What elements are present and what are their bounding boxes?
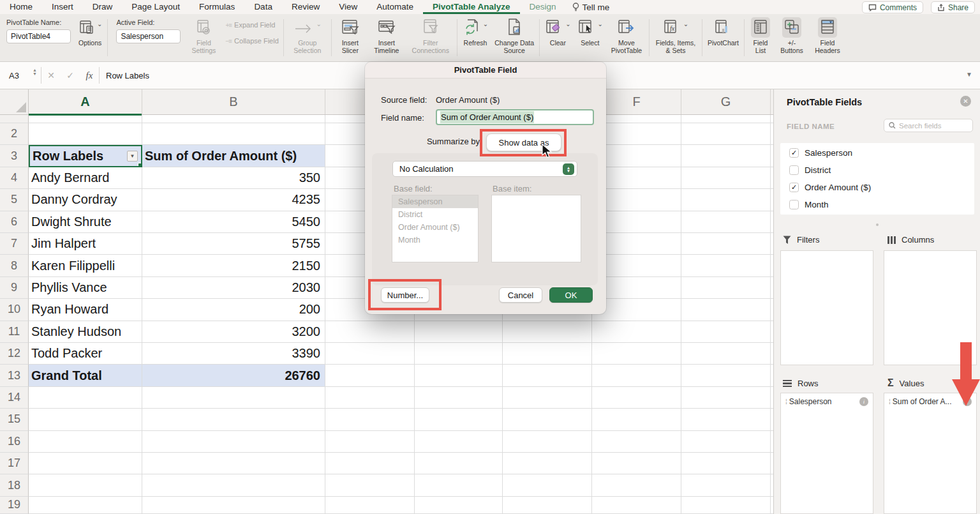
column-header-a[interactable]: A [29, 89, 142, 114]
fields-items-sets-button[interactable]: fx⌄ Fields, Items, & Sets [651, 14, 700, 55]
cell-salesperson[interactable]: Stanley Hudson [29, 321, 142, 343]
checkbox-icon[interactable] [789, 200, 799, 209]
tab-view[interactable]: View [329, 0, 367, 14]
select-all-corner[interactable] [0, 89, 29, 114]
cell-amount[interactable]: 3200 [142, 321, 325, 343]
comments-button[interactable]: Comments [862, 1, 923, 13]
tab-home[interactable]: Home [0, 0, 42, 14]
name-box-stepper[interactable]: ▲▼ [33, 68, 37, 76]
cell-salesperson[interactable]: Todd Packer [29, 343, 142, 365]
cell-amount[interactable]: 5450 [142, 211, 325, 233]
tell-me-button[interactable]: Tell me [566, 0, 616, 14]
tab-summarize-by[interactable]: Summarize by [403, 137, 480, 146]
cell-amount[interactable]: 4235 [142, 189, 325, 211]
expand-field-button[interactable]: +≡ Expand Field [225, 21, 278, 29]
tab-review[interactable]: Review [282, 0, 329, 14]
select-button[interactable]: ⌄ Select [574, 14, 606, 47]
cell-amount[interactable]: 2030 [142, 277, 325, 299]
cell-salesperson[interactable]: Ryan Howard [29, 299, 142, 321]
field-item-order-amount[interactable]: Order Amount ($) [780, 179, 974, 195]
base-field-option[interactable]: Order Amount ($) [392, 221, 478, 234]
cell-b3-sum-header[interactable]: Sum of Order Amount ($) [142, 145, 325, 167]
rows-field-salesperson[interactable]: ⁞ Salesperson i [781, 393, 873, 410]
search-fields-box[interactable] [884, 119, 973, 132]
base-field-list[interactable]: Salesperson District Order Amount ($) Mo… [392, 195, 479, 262]
name-box[interactable]: A3 ▲▼ [0, 62, 41, 89]
base-field-option[interactable]: District [392, 208, 478, 221]
cell-a2[interactable] [29, 123, 142, 145]
cell-amount[interactable]: 200 [142, 299, 325, 321]
tab-automate[interactable]: Automate [367, 0, 423, 14]
cell-grand-total-label[interactable]: Grand Total [29, 365, 142, 386]
rows-drop-area[interactable]: ⁞ Salesperson i [780, 393, 873, 514]
checkbox-icon[interactable] [789, 165, 799, 175]
field-item-salesperson[interactable]: Salesperson [780, 145, 974, 160]
cell-b2[interactable] [142, 123, 325, 145]
tab-page-layout[interactable]: Page Layout [122, 0, 189, 14]
cell-salesperson[interactable]: Jim Halpert [29, 233, 142, 255]
tab-draw[interactable]: Draw [83, 0, 122, 14]
options-button[interactable]: ⌄ Options [75, 14, 105, 47]
insert-function-icon[interactable]: fx [80, 70, 99, 81]
search-input[interactable] [899, 122, 963, 130]
collapse-field-button[interactable]: −≡ Collapse Field [225, 37, 278, 45]
pivottable-name-input[interactable] [6, 29, 71, 43]
cell-salesperson[interactable]: Karen Filippelli [29, 255, 142, 276]
field-headers-button[interactable]: Field Headers [809, 14, 846, 55]
cell-grand-total-value[interactable]: 26760 [142, 365, 325, 386]
insert-slicer-button[interactable]: Insert Slicer [334, 14, 367, 55]
cell-a3-row-labels[interactable]: Row Labels ▼ [29, 145, 142, 167]
tab-design[interactable]: Design [520, 0, 566, 14]
insert-timeline-button[interactable]: Insert Timeline [367, 14, 406, 55]
calculation-dropdown[interactable]: No Calculation ▲▼ [392, 161, 577, 177]
info-icon[interactable]: i [859, 397, 868, 406]
pane-resize-handle[interactable] [876, 223, 879, 226]
base-item-list[interactable] [491, 195, 581, 262]
field-item-district[interactable]: District [780, 162, 974, 178]
field-settings-button[interactable]: Field Settings [184, 14, 223, 55]
cell-salesperson[interactable]: Dwight Shrute [29, 211, 142, 233]
base-field-option[interactable]: Salesperson [392, 195, 478, 208]
plus-minus-buttons-button[interactable]: +/- Buttons [775, 14, 809, 55]
tab-insert[interactable]: Insert [42, 0, 83, 14]
base-field-option[interactable]: Month [392, 234, 478, 246]
checkbox-checked-icon[interactable] [789, 183, 799, 192]
ok-button[interactable]: OK [549, 287, 593, 303]
field-item-month[interactable]: Month [780, 197, 974, 212]
pivotchart-button[interactable]: PivotChart [704, 14, 742, 47]
row-labels-filter-icon[interactable]: ▼ [127, 151, 138, 162]
tab-data[interactable]: Data [244, 0, 282, 14]
tab-formulas[interactable]: Formulas [189, 0, 244, 14]
row-header-2[interactable]: 2 [0, 123, 29, 145]
filters-drop-area[interactable] [780, 250, 873, 365]
cell-salesperson[interactable]: Danny Cordray [29, 189, 142, 211]
field-name-input[interactable]: Sum of Order Amount ($) [436, 109, 594, 125]
tab-pivottable-analyze[interactable]: PivotTable Analyze [423, 0, 520, 14]
checkbox-checked-icon[interactable] [789, 148, 799, 158]
change-data-source-button[interactable]: Change Data Source [491, 14, 537, 55]
refresh-button[interactable]: ⌄ Refresh [459, 14, 491, 47]
column-header-b[interactable]: B [142, 89, 325, 114]
field-list-button[interactable]: Field List [746, 14, 775, 55]
group-selection-button[interactable]: ⌄ Group Selection [286, 14, 329, 55]
filter-connections-button[interactable]: Filter Connections [406, 14, 455, 55]
clear-button[interactable]: ⌄ Clear [542, 14, 574, 47]
cell-amount[interactable]: 350 [142, 167, 325, 189]
cell-amount[interactable]: 2150 [142, 255, 325, 276]
close-icon[interactable]: ✕ [960, 96, 971, 107]
values-drop-area[interactable]: ⁞ Sum of Order A... i [884, 393, 977, 514]
cancel-entry-icon[interactable]: ✕ [41, 70, 61, 80]
cell-amount[interactable]: 3390 [142, 343, 325, 365]
confirm-entry-icon[interactable]: ✓ [61, 70, 80, 80]
formula-content[interactable]: Row Labels [106, 71, 149, 80]
cell-salesperson[interactable]: Andy Bernard [29, 167, 142, 189]
cancel-button[interactable]: Cancel [499, 287, 542, 303]
column-header-g[interactable]: G [681, 89, 771, 114]
active-field-input[interactable] [116, 29, 181, 43]
formula-bar-expand-icon[interactable]: ▼ [966, 71, 972, 78]
share-button[interactable]: Share [931, 1, 975, 13]
row-header-3[interactable]: 3 [0, 145, 29, 167]
cell-amount[interactable]: 5755 [142, 233, 325, 255]
move-pivottable-button[interactable]: Move PivotTable [606, 14, 647, 55]
cell-salesperson[interactable]: Phyllis Vance [29, 277, 142, 299]
